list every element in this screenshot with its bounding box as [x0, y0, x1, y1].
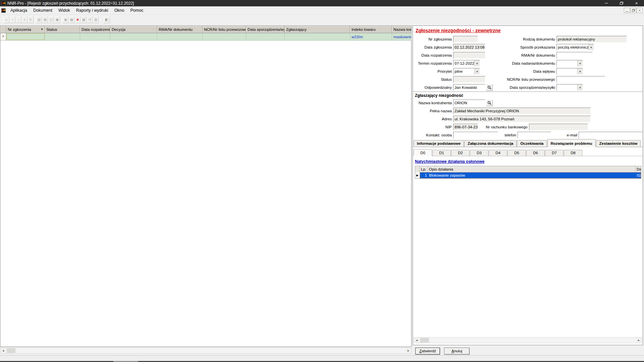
dropdown-icon[interactable]: ▼	[474, 68, 480, 74]
menu-raporty-i-wydruki[interactable]: Raporty i wydruki	[73, 6, 111, 14]
previous-record-button[interactable]: ‹	[10, 16, 15, 23]
restore-button[interactable]	[614, 0, 629, 6]
new-document-button[interactable]: ▤	[36, 16, 42, 23]
last-record-button[interactable]: »	[22, 16, 28, 23]
row-date-cell[interactable]: 02	[636, 172, 641, 178]
grid-cell-data-sporzadzenia-wysylki[interactable]	[246, 33, 285, 40]
grid-cell-zglaszajacy[interactable]	[285, 33, 350, 40]
dropdown-icon[interactable]: ▼	[577, 60, 583, 66]
grid-cell-nazwa-tow[interactable]: maskownic	[392, 33, 412, 40]
scroll-track[interactable]	[6, 348, 406, 353]
field-ncr-nr-listu-przewozowego[interactable]	[556, 76, 605, 83]
filter-grid-button[interactable]: ▦	[69, 16, 74, 23]
field-data-wplywu[interactable]: ▼	[556, 68, 583, 75]
actions-table-row[interactable]: ▶ 1 Blokowanie zapasów 02	[415, 172, 641, 178]
tab-rozwiazanie-problemu[interactable]: Rozwiązanie problemu	[547, 139, 596, 147]
close-button[interactable]: ×	[629, 0, 644, 6]
subtab-d6[interactable]: D6	[526, 150, 545, 156]
column-header-ncr-nr-listu-przewozowego[interactable]: NCR/Nr listu przewozowego	[203, 26, 246, 33]
column-header-indeks-towaru[interactable]: Indeks towaru	[350, 26, 392, 33]
copy-document-button[interactable]: ▣	[54, 16, 60, 23]
grid-cell-decyzja[interactable]	[110, 33, 157, 40]
contractor-name-field[interactable]	[453, 100, 485, 106]
field-priorytet[interactable]: pilne▼	[453, 68, 480, 75]
column-header-rma-nr-dokumentu[interactable]: RMA/Nr dokumentu	[157, 26, 203, 33]
lp-column-header[interactable]: Lp.	[420, 166, 428, 172]
mdi-close-button[interactable]: ×	[637, 8, 643, 13]
scroll-right-button[interactable]: ►	[636, 338, 642, 343]
subtab-d4[interactable]: D4	[489, 150, 507, 156]
subtab-d0[interactable]: D0	[414, 149, 432, 156]
menu-aplikacja[interactable]: Aplikacja	[7, 6, 30, 14]
first-record-button[interactable]: «	[4, 16, 9, 23]
subtab-d1[interactable]: D1	[432, 150, 451, 156]
cancel-button[interactable]: Anuluj	[444, 348, 470, 355]
row-description-cell[interactable]: Blokowanie zapasów	[428, 172, 636, 178]
column-header-zglaszajacy[interactable]: Zgłaszający	[285, 26, 350, 33]
subtab-d7[interactable]: D7	[545, 150, 564, 156]
subtab-d8[interactable]: D8	[564, 150, 582, 156]
scroll-right-button[interactable]: ►	[406, 348, 411, 353]
email-field[interactable]	[579, 132, 643, 138]
description-column-header[interactable]: Opis działania	[428, 166, 636, 172]
confirm-button[interactable]: Zatwierdź	[415, 348, 440, 355]
date-column-header[interactable]: Da	[636, 166, 641, 172]
mdi-restore-button[interactable]	[630, 8, 636, 13]
grid-cell-nr-zgloszenia[interactable]	[6, 33, 45, 40]
table-view-button[interactable]: ▦	[81, 16, 87, 23]
scroll-left-button[interactable]: ◄	[414, 338, 420, 343]
tab-zalaczona-dokumentacja[interactable]: Załączona dokumentacja	[464, 140, 517, 147]
grid-cell-ncr-nr-listu-przewozowego[interactable]	[203, 33, 246, 40]
row-selector-cell[interactable]: *	[0, 33, 6, 40]
menu-widok[interactable]: Widok	[55, 6, 73, 14]
immediate-actions-link[interactable]: Natychmiastowe działania osłonowe	[415, 159, 484, 164]
menu-dokument[interactable]: Dokument	[30, 6, 55, 14]
grid-cell-data-rozpatrzenia[interactable]	[80, 33, 110, 40]
scroll-left-button[interactable]: ◄	[0, 348, 6, 353]
edit-document-button[interactable]: ▧	[42, 16, 48, 23]
row-lp-cell[interactable]: 1	[420, 172, 428, 178]
tab-oczekiwania[interactable]: Oczekiwania	[517, 140, 547, 147]
mdi-minimize-button[interactable]	[624, 8, 630, 13]
save-document-button[interactable]: ◫	[48, 16, 54, 23]
column-header-data-rozpatrzenia[interactable]: Data rozpatrzenia	[80, 26, 110, 33]
column-header-selector[interactable]	[0, 26, 6, 33]
refresh-button[interactable]: ↻	[28, 16, 34, 23]
document-icon[interactable]: NR	[1, 8, 6, 13]
field-odpowiedzialny[interactable]	[453, 84, 485, 91]
subtab-d5[interactable]: D5	[507, 150, 526, 156]
minimize-button[interactable]	[599, 0, 614, 6]
contact-person-field[interactable]	[453, 132, 498, 138]
tab-informacje-podstawowe[interactable]: Informacje podstawowe	[414, 140, 464, 147]
menu-okno[interactable]: Okno	[111, 6, 127, 14]
phone-field[interactable]	[518, 132, 551, 138]
grid-cell-status[interactable]	[45, 33, 80, 40]
field-termin-rozpatrzenia[interactable]: 07-12-2022▼	[453, 60, 480, 67]
print-button[interactable]: ▥	[93, 16, 99, 23]
dropdown-icon[interactable]: ▼	[577, 68, 583, 74]
dropdown-icon[interactable]: ▼	[588, 44, 594, 50]
next-record-button[interactable]: ›	[16, 16, 21, 23]
find-button[interactable]: ◉	[63, 16, 68, 23]
field-sposob-przekazania[interactable]: pocztą elektroniczną▼	[556, 44, 594, 51]
dropdown-icon[interactable]: ▼	[474, 60, 480, 66]
column-header-nazwa-tow[interactable]: Nazwa tow	[392, 26, 412, 33]
dropdown-icon[interactable]: ▼	[577, 84, 583, 90]
column-header-status[interactable]: Status	[45, 26, 80, 33]
menu-pomoc[interactable]: Pomoc	[127, 6, 147, 14]
column-header-decyzja[interactable]: Decyzja	[110, 26, 157, 33]
field-rma-nr-dokumentu[interactable]	[556, 52, 593, 59]
column-header-data-sporzadzenia-wysylki[interactable]: Data sporządzenia/wysyłki	[246, 26, 285, 33]
toggle-preview-panel-button[interactable]: ◧	[103, 16, 110, 23]
field-data-sporzadzenia-wysylki[interactable]: ▼	[556, 84, 583, 91]
scroll-track[interactable]	[420, 338, 636, 343]
subtab-d2[interactable]: D2	[451, 150, 470, 156]
tab-zestawienie-kosztow[interactable]: Zestawienie kosztów	[596, 140, 641, 147]
field-data-nadania-dokumentu[interactable]: ▼	[556, 60, 583, 67]
subtab-d3[interactable]: D3	[470, 150, 488, 156]
clear-filter-button[interactable]: ×	[75, 16, 80, 23]
contractor-lookup-button[interactable]	[486, 100, 493, 106]
grid-cell-indeks-towaru[interactable]: w23/m	[350, 33, 392, 40]
scroll-thumb[interactable]	[420, 338, 429, 343]
grid-new-record-row[interactable]: *w23/mmaskownic	[0, 33, 411, 41]
